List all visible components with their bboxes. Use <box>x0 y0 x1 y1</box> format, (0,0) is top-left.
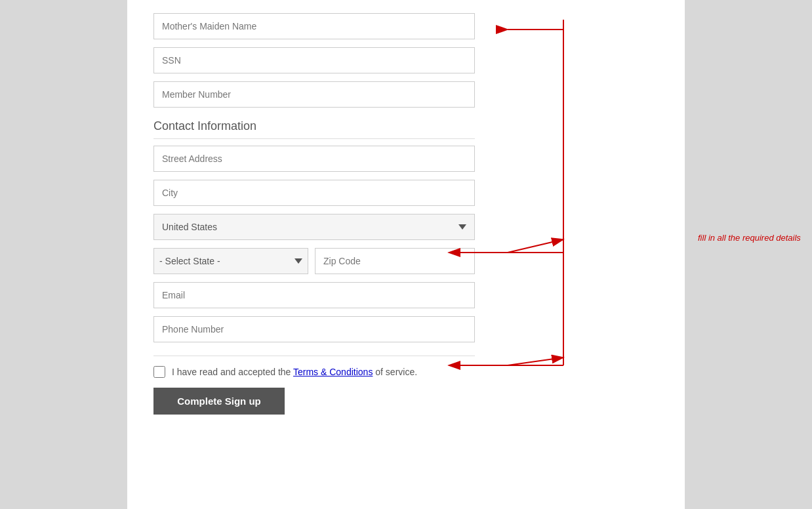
member-number-group <box>153 81 659 108</box>
terms-conditions-link[interactable]: Terms & Conditions <box>293 367 373 377</box>
terms-checkbox[interactable] <box>153 366 165 378</box>
country-select[interactable]: United States Canada United Kingdom Aust… <box>153 214 475 240</box>
zip-code-input[interactable] <box>315 248 475 274</box>
terms-text-before: I have read and accepted the <box>172 367 293 377</box>
contact-section-title: Contact Information <box>153 119 475 139</box>
form-card: Contact Information United States Canada… <box>127 0 685 509</box>
annotation-text: fill in all the required details <box>698 233 801 243</box>
street-address-input[interactable] <box>153 146 475 172</box>
street-address-group <box>153 146 659 172</box>
email-group <box>153 282 659 308</box>
page-wrapper: Contact Information United States Canada… <box>0 0 812 509</box>
state-select[interactable]: - Select State - Alabama Alaska Arizona … <box>153 248 308 274</box>
member-number-input[interactable] <box>153 81 475 108</box>
ssn-group <box>153 47 659 73</box>
maiden-name-group <box>153 13 659 39</box>
terms-text-after: of service. <box>373 367 417 377</box>
complete-signup-button[interactable]: Complete Sign up <box>153 388 285 415</box>
email-input[interactable] <box>153 282 475 308</box>
maiden-name-input[interactable] <box>153 13 475 39</box>
svg-line-1 <box>508 357 563 365</box>
terms-text: I have read and accepted the Terms & Con… <box>172 367 417 377</box>
ssn-input[interactable] <box>153 47 475 73</box>
state-zip-group: - Select State - Alabama Alaska Arizona … <box>153 248 475 274</box>
city-group <box>153 180 659 206</box>
city-input[interactable] <box>153 180 475 206</box>
phone-input[interactable] <box>153 316 475 342</box>
phone-group <box>153 316 659 342</box>
svg-line-0 <box>508 239 563 253</box>
country-group: United States Canada United Kingdom Aust… <box>153 214 659 240</box>
terms-row: I have read and accepted the Terms & Con… <box>153 356 475 378</box>
